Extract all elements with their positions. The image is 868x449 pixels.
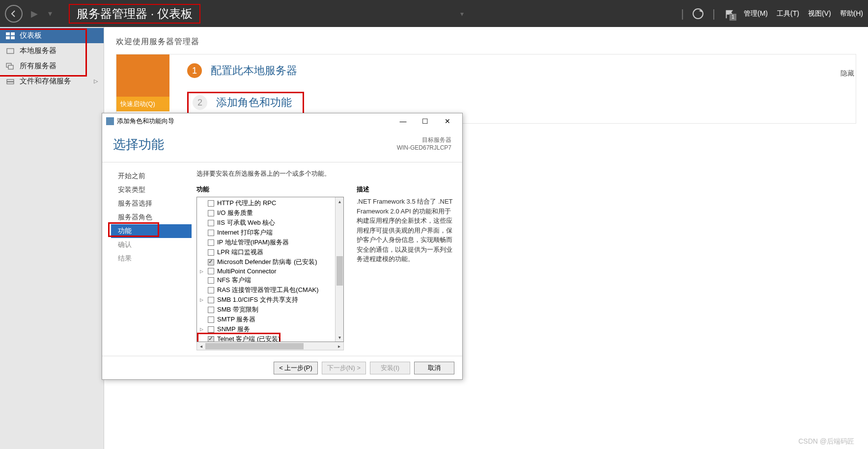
install-button: 安装(I) <box>370 362 410 374</box>
notifications-badge: 1 <box>729 14 736 21</box>
close-button[interactable]: ✕ <box>436 114 458 129</box>
menu-help[interactable]: 帮助(H) <box>840 9 863 18</box>
annotation-box <box>108 222 159 237</box>
nav-features[interactable]: 功能 <box>111 224 192 238</box>
checkbox[interactable] <box>208 297 214 303</box>
destination-server: WIN-GED67RJLCP7 <box>397 144 451 151</box>
nav-server-selection[interactable]: 服务器选择 <box>113 197 192 211</box>
step-number-2: 2 <box>193 95 207 110</box>
feature-item[interactable]: Telnet 客户端 (已安装) <box>197 333 280 342</box>
feature-item[interactable]: IIS 可承载 Web 核心 <box>197 218 343 228</box>
checkbox[interactable] <box>208 307 214 313</box>
feature-label: I/O 服务质量 <box>217 209 253 217</box>
feature-label: IP 地址管理(IPAM)服务器 <box>217 238 289 247</box>
sidebar-item-label: 文件和存储服务 <box>20 77 71 86</box>
svg-rect-8 <box>7 82 14 84</box>
hide-button[interactable]: 隐藏 <box>840 69 854 78</box>
scrollbar-thumb[interactable] <box>205 343 304 349</box>
checkbox[interactable] <box>208 326 214 333</box>
svg-rect-1 <box>11 32 15 35</box>
menu-tools[interactable]: 工具(T) <box>777 9 799 18</box>
features-listbox[interactable]: HTTP 代理上的 RPCI/O 服务质量IIS 可承载 Web 核心Inter… <box>196 197 344 342</box>
checkbox[interactable] <box>208 230 214 236</box>
horizontal-scrollbar[interactable]: ◂ ▸ <box>196 342 344 350</box>
feature-label: Microsoft Defender 防病毒 (已安装) <box>217 258 317 266</box>
cancel-button[interactable]: 取消 <box>414 362 454 374</box>
scrollbar-thumb[interactable] <box>336 256 343 286</box>
svg-rect-0 <box>6 32 10 35</box>
vertical-scrollbar[interactable]: ▴ ▾ <box>335 197 343 342</box>
checkbox[interactable] <box>208 239 214 246</box>
nav-before-begin[interactable]: 开始之前 <box>113 169 192 183</box>
feature-item[interactable]: SMB 1.0/CIFS 文件共享支持 <box>197 295 343 305</box>
svg-rect-4 <box>7 49 14 53</box>
notifications-icon[interactable]: 1 <box>724 8 735 19</box>
scroll-down-icon[interactable]: ▾ <box>336 333 344 342</box>
breadcrumb-dropdown-icon[interactable]: ▾ <box>460 10 464 18</box>
servers-icon <box>6 63 15 70</box>
svg-rect-6 <box>8 65 13 69</box>
checkbox[interactable] <box>208 268 214 274</box>
storage-icon <box>6 78 15 85</box>
feature-item[interactable]: Internet 打印客户端 <box>197 228 343 238</box>
nav-back-button[interactable] <box>5 5 23 23</box>
next-button: 下一步(N) > <box>322 362 366 374</box>
feature-label: MultiPoint Connector <box>217 267 277 275</box>
sidebar-item-dashboard[interactable]: 仪表板 <box>0 28 104 43</box>
checkbox[interactable] <box>208 220 214 226</box>
dashboard-icon <box>6 32 15 39</box>
feature-item[interactable]: LPR 端口监视器 <box>197 247 343 257</box>
feature-item[interactable]: HTTP 代理上的 RPC <box>197 198 343 208</box>
feature-item[interactable]: RAS 连接管理器管理工具包(CMAK) <box>197 285 343 295</box>
feature-item[interactable]: Microsoft Defender 防病毒 (已安装) <box>197 257 343 267</box>
minimize-button[interactable]: — <box>392 114 414 129</box>
nav-install-type[interactable]: 安装类型 <box>113 183 192 197</box>
scroll-right-icon[interactable]: ▸ <box>335 343 343 349</box>
quick-start-label: 快速启动(Q) <box>116 97 169 111</box>
feature-item[interactable]: SMTP 服务器 <box>197 315 343 324</box>
watermark: CSDN @后端码匠 <box>798 437 854 446</box>
features-column-header: 功能 <box>196 185 344 194</box>
step-add-roles-features[interactable]: 2 添加角色和功能 <box>187 92 304 114</box>
breadcrumb: 服务器管理器 · 仪表板 <box>69 4 200 24</box>
step-configure-server[interactable]: 1 配置此本地服务器 <box>187 63 843 78</box>
checkbox[interactable] <box>208 336 214 343</box>
nav-forward-button[interactable]: ▶ <box>26 5 43 23</box>
feature-item[interactable]: SMB 带宽限制 <box>197 305 343 315</box>
checkbox[interactable] <box>208 210 214 216</box>
feature-item[interactable]: NFS 客户端 <box>197 275 343 285</box>
checkbox[interactable] <box>208 277 214 284</box>
expand-icon[interactable]: ▷ <box>94 78 98 84</box>
sidebar-item-file-storage[interactable]: 文件和存储服务 ▷ <box>0 74 104 89</box>
scroll-up-icon[interactable]: ▴ <box>336 197 344 206</box>
step-number-1: 1 <box>187 63 202 78</box>
dialog-title: 添加角色和功能向导 <box>117 117 174 126</box>
dialog-titlebar[interactable]: 添加角色和功能向导 — ☐ ✕ <box>102 113 462 129</box>
checkbox[interactable] <box>208 259 214 265</box>
checkbox[interactable] <box>208 317 214 323</box>
description-column-header: 描述 <box>357 185 453 194</box>
feature-item[interactable]: I/O 服务质量 <box>197 208 343 218</box>
nav-dropdown-icon[interactable]: ▾ <box>48 9 52 18</box>
maximize-button[interactable]: ☐ <box>414 114 436 129</box>
wizard-icon <box>106 117 114 125</box>
quick-start-tile[interactable]: 快速启动(Q) <box>116 54 169 111</box>
sidebar-item-all-servers[interactable]: 所有服务器 <box>0 58 104 74</box>
menu-view[interactable]: 视图(V) <box>808 9 831 18</box>
checkbox[interactable] <box>208 287 214 293</box>
menu-manage[interactable]: 管理(M) <box>744 9 768 18</box>
scroll-left-icon[interactable]: ◂ <box>197 343 205 349</box>
checkbox[interactable] <box>208 249 214 256</box>
feature-description: .NET Framework 3.5 结合了 .NET Framework 2.… <box>357 197 453 264</box>
feature-item[interactable]: MultiPoint Connector <box>197 267 343 275</box>
sidebar-item-label: 本地服务器 <box>20 46 56 55</box>
server-icon <box>6 48 15 54</box>
welcome-title: 欢迎使用服务器管理器 <box>116 37 856 47</box>
feature-item[interactable]: IP 地址管理(IPAM)服务器 <box>197 238 343 247</box>
destination-label: 目标服务器 <box>397 136 451 144</box>
sidebar-item-local-server[interactable]: 本地服务器 <box>0 43 104 58</box>
refresh-icon[interactable] <box>693 8 703 19</box>
checkbox[interactable] <box>208 200 214 207</box>
previous-button[interactable]: < 上一步(P) <box>274 362 318 374</box>
svg-rect-3 <box>11 36 15 39</box>
